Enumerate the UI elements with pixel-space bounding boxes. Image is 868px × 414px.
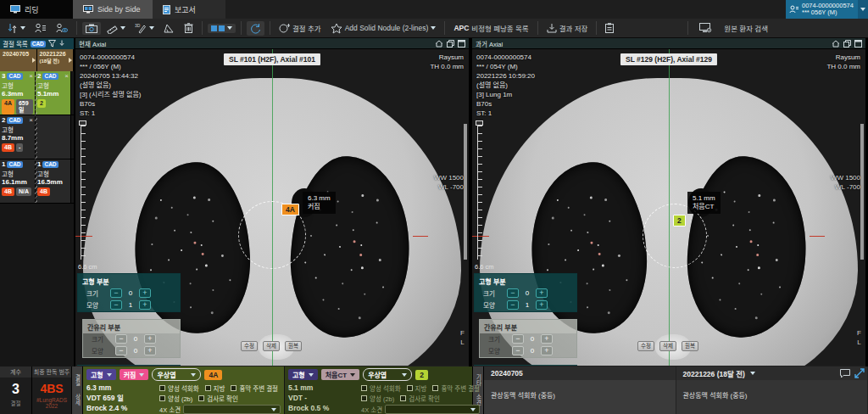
size-increment-button[interactable]: + (541, 334, 553, 344)
nodule-grade-badge[interactable]: 2 (673, 215, 686, 227)
finding-checkbox[interactable]: 지방 (205, 383, 225, 393)
pen-3d-button[interactable]: 3D (131, 21, 158, 36)
remove-large-vessel-toggle[interactable]: 큰 혈관 제거 (474, 365, 577, 366)
shape-decrement-button[interactable]: − (512, 346, 524, 355)
nodule-add-button[interactable]: 결절 추가 (275, 21, 325, 36)
findings-date-current[interactable]: 20240705 (484, 366, 676, 380)
copy-icon[interactable] (447, 40, 454, 48)
finding-checkbox[interactable]: 흉막 주변 결절 (231, 383, 278, 393)
patient-dropdown[interactable] (858, 0, 868, 19)
copy-icon[interactable] (843, 40, 851, 48)
chevron-right-icon (32, 58, 36, 63)
restore-button[interactable]: 원복 (682, 341, 698, 351)
sort-download-icon[interactable] (58, 40, 65, 48)
size-decrement-button[interactable]: − (110, 288, 122, 298)
clipboard-button[interactable] (602, 21, 617, 35)
viewport-prior[interactable]: 과거 Axial (472, 38, 865, 366)
cad-toggle[interactable]: CAD (31, 41, 46, 48)
shape-increment-button[interactable]: + (139, 300, 151, 310)
maximize-icon[interactable] (458, 40, 465, 48)
change-status-dropdown[interactable]: 처음CT (321, 369, 359, 380)
viewport-prior-image[interactable]: 6.6 cm 0074-0000000574*** / 054Y (M) 202… (472, 49, 865, 366)
capture-button[interactable] (82, 22, 101, 35)
size-increment-button[interactable]: + (144, 334, 156, 344)
display-settings-button[interactable] (696, 21, 715, 35)
layout-side-by-side-button[interactable] (208, 24, 236, 33)
nodule-list-row[interactable]: 3CAD×고형6.3mm4A659 일2CAD×고형5.1mm2 (0, 71, 74, 115)
save-results-button[interactable]: 결과 저장 (543, 21, 592, 35)
tab-nodule-detail[interactable]: 결절 상세 (72, 366, 83, 414)
finding-checkbox[interactable]: 양성 (2b) (361, 394, 394, 403)
shape-decrement-button[interactable]: − (115, 346, 127, 355)
original-patient-search-button[interactable]: 원본 환자 검색 (721, 21, 771, 35)
shape-increment-button[interactable]: + (541, 346, 553, 355)
nodule-type-dropdown[interactable]: 고형 (86, 369, 116, 380)
size-decrement-button[interactable]: − (512, 334, 524, 344)
shape-increment-button[interactable]: + (144, 346, 156, 355)
delete-button[interactable] (181, 21, 197, 35)
nodule-list-row[interactable]: 1CAD고형16.1mm4BN/A1CAD고형16.5mm4B (0, 159, 74, 204)
restore-button[interactable]: 원복 (285, 341, 302, 351)
filter-icon[interactable] (48, 40, 56, 48)
home-icon[interactable] (435, 40, 443, 48)
patient-list-button[interactable] (31, 21, 50, 35)
scroll-sync-button[interactable] (3, 21, 29, 36)
report-icon (163, 5, 170, 14)
viewport-current-image[interactable]: 6.6 cm 0074-0000000574*** / 056Y (M) 202… (75, 49, 469, 366)
viewport-scrollbar[interactable] (464, 124, 467, 260)
shape-increment-button[interactable]: + (536, 300, 548, 310)
finding-checkbox[interactable]: 검사로 확인 (400, 394, 440, 403)
nodule-grade-badge[interactable]: 4A (281, 204, 299, 215)
size-decrement-button[interactable]: − (507, 288, 519, 298)
finding-checkbox[interactable]: 양성 (2b) (159, 394, 192, 403)
layout-2up-icon (211, 25, 225, 31)
close-icon[interactable]: × (64, 73, 69, 80)
add-solid-nodule-button[interactable]: Add Solid Nodule (2-lines) (327, 21, 440, 36)
lobe-dropdown[interactable]: 우상엽 (363, 368, 412, 381)
delete-button[interactable]: 삭제 (659, 341, 676, 351)
change-status-dropdown[interactable]: 커짐 (120, 369, 149, 380)
tab-report[interactable]: 보고서 (153, 0, 225, 19)
finding-select[interactable] (183, 405, 281, 414)
home-icon[interactable] (832, 40, 840, 48)
tab-side-by-side[interactable]: Side by Side (73, 0, 153, 19)
angle-measure-button[interactable] (160, 21, 178, 35)
close-icon[interactable]: × (29, 73, 33, 80)
tab-reading[interactable]: 리딩 (0, 0, 73, 19)
finding-checkbox[interactable]: 흉막 주변 결절 (432, 383, 480, 393)
close-icon[interactable]: × (29, 117, 33, 124)
nodule-type-dropdown[interactable]: 고형 (288, 369, 318, 380)
remove-large-vessel-toggle[interactable]: 큰 혈관 제거 (77, 365, 181, 366)
nodule-list-row[interactable]: 2CAD×고형8.7mm4B- (0, 115, 74, 159)
study-date-prior[interactable]: 20221226 (18달 전) (37, 49, 75, 71)
delete-button[interactable]: 삭제 (263, 341, 280, 351)
size-increment-button[interactable]: + (536, 288, 548, 298)
measure-ruler-button[interactable] (103, 21, 129, 36)
tab-report-label: 보고서 (175, 4, 196, 15)
finding-select[interactable] (385, 405, 480, 414)
finding-checkbox[interactable]: 지방 (407, 383, 427, 393)
edit-button[interactable]: 수정 (637, 341, 654, 351)
shape-decrement-button[interactable]: − (110, 300, 122, 310)
rotate-view-button[interactable] (247, 21, 264, 36)
finding-select-label: 4X 소견 (159, 405, 181, 414)
lobe-dropdown[interactable]: 우상엽 (152, 368, 201, 381)
expand-icon[interactable] (854, 368, 865, 378)
sync-arrows-icon (7, 23, 18, 34)
viewport-scrollbar[interactable] (860, 124, 864, 260)
size-decrement-button[interactable]: − (115, 334, 127, 344)
shape-decrement-button[interactable]: − (507, 300, 519, 310)
viewport-current[interactable]: 현재 Axial (75, 38, 469, 366)
apc-list-button[interactable]: APC 비정형 폐낭종 목록 (450, 21, 531, 35)
comment-icon[interactable] (840, 369, 850, 378)
edit-button[interactable]: 수정 (241, 341, 258, 351)
finding-checkbox[interactable]: 양성 석회화 (361, 383, 401, 393)
patient-info-box[interactable]: 0074-0000000574 *** 056Y (M) (786, 0, 858, 19)
finding-checkbox[interactable]: 양성 석회화 (159, 383, 199, 393)
size-increment-button[interactable]: + (139, 288, 151, 298)
finding-checkbox[interactable]: 검사로 확인 (198, 394, 238, 403)
study-date-current[interactable]: 20240705 (0, 49, 37, 71)
maximize-icon[interactable] (854, 40, 862, 48)
findings-date-prior[interactable]: 20221226 (18달 전) (676, 366, 868, 380)
person-visibility-button[interactable] (53, 21, 71, 35)
